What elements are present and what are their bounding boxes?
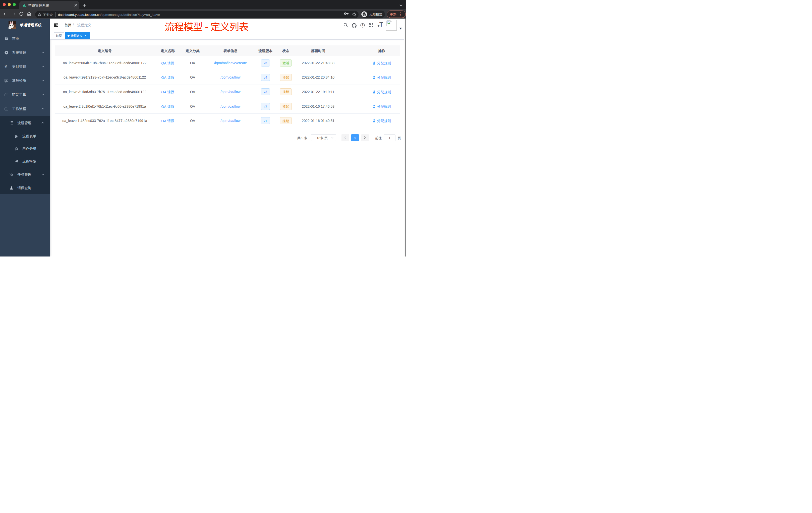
svg-text:?: ? xyxy=(362,24,364,27)
